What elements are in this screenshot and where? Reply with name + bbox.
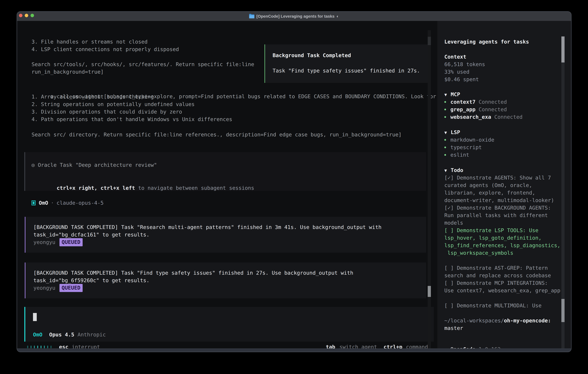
separator-dot: · xyxy=(51,199,54,207)
workspace-branch: master xyxy=(444,324,463,332)
context-heading: Context xyxy=(444,53,466,61)
background-task-message: [BACKGROUND TASK COMPLETED] Task "Resear… xyxy=(25,217,426,253)
chevron-down-icon: ▼ xyxy=(444,92,447,97)
lsp-item: markdown-oxide xyxy=(444,136,494,144)
agent-model: claude-opus-4-5 xyxy=(57,199,104,207)
session-title: Leveraging agents for tasks xyxy=(444,38,529,46)
scrollback-line: Search src/tools/, src/hooks/, src/featu… xyxy=(32,61,254,68)
mcp-section-header[interactable]: ▼MCP xyxy=(444,91,460,98)
tool-call-item: 4. Path operations that don't handle Win… xyxy=(32,115,232,123)
oracle-task-panel[interactable]: ◎ Oracle Task "Deep architecture review"… xyxy=(24,152,426,191)
mcp-item: websearch_exa Connected xyxy=(444,113,523,121)
context-spent: $0.46 spent xyxy=(444,76,479,83)
background-task-notification: Background Task Completed Task "Find typ… xyxy=(264,44,430,83)
todo-item: search and replace across codebase xyxy=(444,272,560,279)
todo-list: [✓] Demonstrate AGENTS: Show all 7 curat… xyxy=(444,174,560,309)
agent-header: OmO · claude-opus-4-5 xyxy=(32,199,104,207)
todo-item: models xyxy=(444,219,560,227)
status-dot-icon xyxy=(444,139,446,141)
status-dot-icon xyxy=(444,146,446,148)
todo-item: [ ] Demonstrate MULTIMODAL: Use xyxy=(444,302,560,309)
input-model-label: Opus 4.5 xyxy=(49,331,74,338)
todo-item: [ ] Demonstrate MCP INTEGRATIONS: xyxy=(444,279,560,287)
todo-item: [✓] Demonstrate BACKGROUND AGENTS: xyxy=(444,204,560,212)
context-tokens: 66,518 tokens xyxy=(444,61,485,68)
lsp-item: eslint xyxy=(444,151,469,159)
window-footer xyxy=(17,348,571,352)
lsp-section-header[interactable]: ▼LSP xyxy=(444,129,460,136)
context-used: 33% used xyxy=(444,68,469,76)
todo-item: [✓] Demonstrate AGENTS: Show all 7 xyxy=(444,174,560,181)
mcp-item: context7 Connected xyxy=(444,98,507,106)
todo-item: curated agents (OmO, oracle, xyxy=(444,181,560,189)
status-dot-icon xyxy=(444,109,446,110)
scrollback-line: 4. LSP client connections not properly d… xyxy=(32,46,179,53)
chevron-down-icon: ▼ xyxy=(444,130,447,135)
background-task-message: [BACKGROUND TASK COMPLETED] Task "Find t… xyxy=(25,262,426,298)
mcp-item: grep_app Connected xyxy=(444,106,507,113)
oracle-task-title: ◎ Oracle Task "Deep architecture review" xyxy=(32,161,157,169)
status-dot-icon xyxy=(444,154,446,156)
input-provider-label: Anthropic xyxy=(78,331,106,338)
scrollback-line: run_in_background=true] xyxy=(32,68,104,76)
oracle-hint-text: to navigate between subagent sessions xyxy=(135,185,254,191)
main-scrollbar-thumb[interactable] xyxy=(428,286,431,297)
todo-scrollbar-thumb[interactable] xyxy=(561,299,565,322)
session-state-icon: ◐ xyxy=(336,12,339,21)
todo-item-active: lsp_find_references, lsp_diagnostics, xyxy=(444,242,560,249)
todo-item: librarian, explore, frontend, xyxy=(444,189,560,197)
tool-call-item: 2. String operations on potentially unde… xyxy=(32,101,195,108)
message-line: [BACKGROUND TASK COMPLETED] Task "Resear… xyxy=(33,223,381,231)
spinner-icon xyxy=(27,346,52,348)
todo-item-active: lsp_workspace_symbols xyxy=(444,249,560,257)
input-agent-label: OmO xyxy=(33,331,42,338)
message-line: task_id="bg_6f59260c" to get results. xyxy=(33,277,149,284)
queued-badge: QUEUED xyxy=(60,284,83,292)
app-window: [OpenCode] Leveraging agents for tasks ◐… xyxy=(17,11,571,352)
agent-name: OmO xyxy=(39,199,48,207)
todo-item: Run parallel tasks with different xyxy=(444,212,560,219)
todo-item: [ ] Demonstrate AST-GREP: Pattern xyxy=(444,264,560,272)
todo-spacer xyxy=(444,257,560,264)
todo-item: document-writer, multimodal-looker) xyxy=(444,197,560,204)
tool-call-item: 1. Array access without bounds checking xyxy=(32,93,154,101)
queued-badge: QUEUED xyxy=(60,238,83,246)
folder-icon xyxy=(249,14,254,18)
main-scrollbar-track[interactable] xyxy=(428,30,431,352)
session-sidebar: Leveraging agents for tasks Context 66,5… xyxy=(437,21,571,349)
tool-call-footer: Search src/ directory. Return specific f… xyxy=(32,131,402,138)
oracle-hint-keys: ctrl+x right, ctrl+x left xyxy=(57,185,135,191)
notification-body: Task "Find type safety issues" finished … xyxy=(273,67,420,74)
todo-item: Use context7, websearch_exa, grep_app xyxy=(444,287,560,294)
todo-item-active: [ ] Demonstrate LSP TOOLS: Use xyxy=(444,227,560,234)
sidebar-scrollbar-thumb[interactable] xyxy=(561,36,565,62)
agent-checkbox-icon xyxy=(32,200,36,205)
notification-title: Background Task Completed xyxy=(273,52,351,59)
message-line: [BACKGROUND TASK COMPLETED] Task "Find t… xyxy=(33,269,353,277)
message-user: yeongyu xyxy=(33,239,55,246)
message-user: yeongyu xyxy=(33,284,55,292)
status-dot-icon xyxy=(444,101,446,103)
scrollback-line: 3. File handles or streams not closed xyxy=(32,38,147,46)
todo-spacer xyxy=(444,294,560,302)
lsp-item: typescript xyxy=(444,144,482,151)
chevron-down-icon: ▼ xyxy=(444,168,447,173)
todo-section-header[interactable]: ▼Todo xyxy=(444,166,463,174)
prompt-input[interactable]: OmO Opus 4.5 Anthropic xyxy=(24,307,434,342)
window-title: [OpenCode] Leveraging agents for tasks xyxy=(256,12,335,21)
terminal-main: 3. File handles or streams not closed 4.… xyxy=(17,21,437,349)
status-dot-icon xyxy=(444,116,446,118)
main-scrollbar-segment[interactable] xyxy=(428,37,431,45)
todo-item-active: lsp_hover, lsp_goto_definition, xyxy=(444,234,560,242)
workspace-path: ~/local-workspaces/oh-my-opencode: xyxy=(444,317,551,324)
message-line: task_id="bg_dcfac161" to get results. xyxy=(33,231,149,239)
titlebar: [OpenCode] Leveraging agents for tasks ◐ xyxy=(17,12,571,21)
tool-call-item: 3. Division operations that could divide… xyxy=(32,108,182,115)
text-cursor xyxy=(33,313,37,321)
